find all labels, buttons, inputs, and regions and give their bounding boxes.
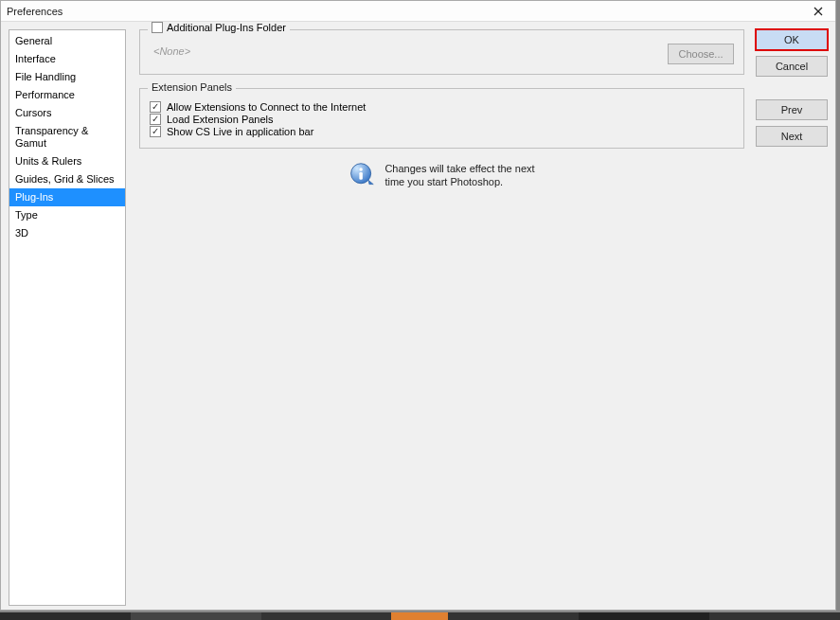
- additional-plugins-label: Additional Plug-Ins Folder: [167, 22, 286, 33]
- ok-button[interactable]: OK: [756, 29, 828, 50]
- taskbar-strip: [0, 612, 840, 620]
- load-panels-checkbox[interactable]: ✓: [150, 114, 161, 125]
- preferences-dialog: Preferences General Interface File Handl…: [0, 0, 836, 611]
- extension-panels-fieldset: Extension Panels ✓ Allow Extensions to C…: [139, 88, 744, 149]
- close-icon: [813, 7, 823, 16]
- additional-plugins-checkbox[interactable]: [152, 22, 163, 33]
- additional-plugins-legend: Additional Plug-Ins Folder: [148, 22, 290, 33]
- sidebar-item-guides-grid-slices[interactable]: Guides, Grid & Slices: [9, 170, 125, 188]
- dialog-body: General Interface File Handling Performa…: [1, 22, 835, 610]
- sidebar-item-3d[interactable]: 3D: [9, 224, 125, 242]
- action-buttons: OK Cancel Prev Next: [756, 29, 828, 606]
- info-line1: Changes will take effect the next: [384, 162, 534, 175]
- svg-rect-4: [360, 172, 364, 180]
- sidebar-item-cursors[interactable]: Cursors: [9, 104, 125, 122]
- info-row: Changes will take effect the next time y…: [139, 162, 744, 188]
- sidebar-item-interface[interactable]: Interface: [9, 50, 125, 68]
- info-icon: [349, 162, 375, 188]
- main-panel: Additional Plug-Ins Folder <None> Choose…: [132, 29, 750, 606]
- next-button[interactable]: Next: [756, 126, 828, 147]
- allow-internet-label: Allow Extensions to Connect to the Inter…: [167, 101, 366, 113]
- svg-point-3: [360, 168, 364, 171]
- sidebar-item-type[interactable]: Type: [9, 206, 125, 224]
- show-cs-live-label: Show CS Live in application bar: [167, 126, 313, 137]
- plugins-folder-path: <None>: [150, 45, 662, 62]
- cancel-button[interactable]: Cancel: [756, 56, 828, 77]
- sidebar-item-units-rulers[interactable]: Units & Rulers: [9, 152, 125, 170]
- sidebar-item-transparency-gamut[interactable]: Transparency & Gamut: [9, 122, 125, 152]
- info-line2: time you start Photoshop.: [384, 175, 534, 188]
- load-panels-label: Load Extension Panels: [167, 114, 274, 125]
- sidebar-item-general[interactable]: General: [9, 32, 125, 50]
- close-button[interactable]: [805, 2, 831, 21]
- info-text: Changes will take effect the next time y…: [384, 162, 534, 188]
- additional-plugins-fieldset: Additional Plug-Ins Folder <None> Choose…: [139, 29, 744, 75]
- extension-panels-legend: Extension Panels: [148, 81, 236, 93]
- sidebar: General Interface File Handling Performa…: [9, 29, 126, 606]
- sidebar-item-performance[interactable]: Performance: [9, 86, 125, 104]
- choose-button[interactable]: Choose...: [668, 44, 734, 64]
- sidebar-item-plug-ins[interactable]: Plug-Ins: [9, 188, 125, 206]
- sidebar-item-file-handling[interactable]: File Handling: [9, 68, 125, 86]
- prev-button[interactable]: Prev: [756, 99, 828, 120]
- allow-internet-checkbox[interactable]: ✓: [150, 101, 161, 113]
- titlebar: Preferences: [1, 1, 835, 22]
- show-cs-live-checkbox[interactable]: ✓: [150, 126, 161, 137]
- window-title: Preferences: [7, 6, 63, 17]
